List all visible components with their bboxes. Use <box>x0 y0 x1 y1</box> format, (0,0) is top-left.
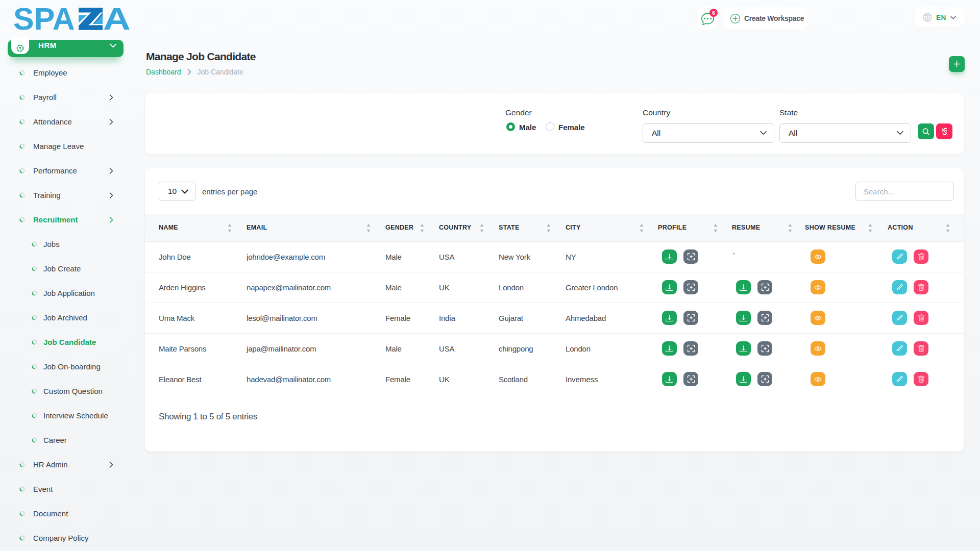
svg-text:SPA: SPA <box>14 7 75 32</box>
svg-text:A: A <box>103 7 131 32</box>
